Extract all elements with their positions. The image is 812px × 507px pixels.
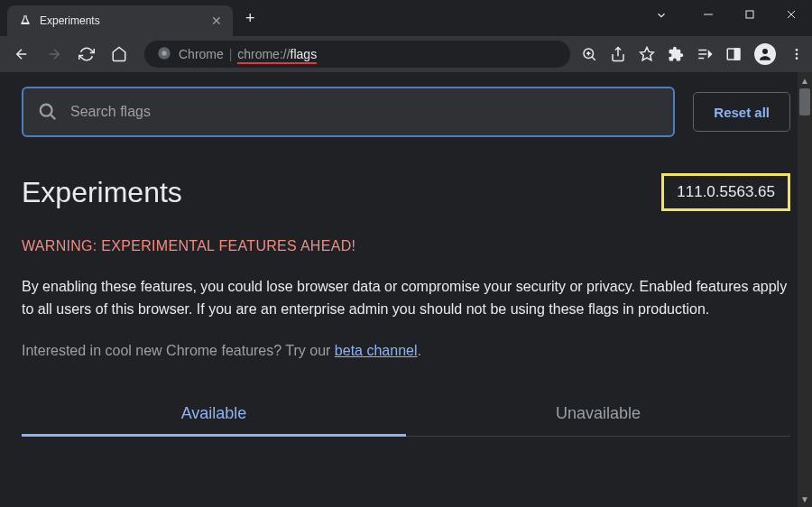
- flask-icon: [18, 14, 32, 28]
- search-box[interactable]: [22, 87, 675, 137]
- svg-line-7: [592, 57, 595, 60]
- reload-button[interactable]: [72, 40, 101, 69]
- bookmark-star-icon[interactable]: [639, 46, 655, 62]
- scroll-down-arrow[interactable]: ▼: [799, 493, 810, 505]
- close-window-button[interactable]: [770, 0, 812, 29]
- tab-unavailable[interactable]: Unavailable: [406, 392, 790, 436]
- scroll-up-arrow[interactable]: ▲: [799, 74, 810, 87]
- svg-line-23: [51, 115, 56, 120]
- maximize-button[interactable]: [729, 0, 770, 29]
- interested-text: Interested in cool new Chrome features? …: [22, 343, 790, 359]
- page-content: Reset all Experiments 111.0.5563.65 WARN…: [0, 72, 812, 507]
- side-panel-icon[interactable]: [725, 46, 742, 62]
- svg-point-19: [796, 49, 798, 51]
- svg-point-21: [796, 57, 798, 60]
- svg-rect-17: [735, 49, 740, 60]
- svg-marker-14: [709, 51, 712, 57]
- page-title: Experiments: [22, 176, 182, 209]
- svg-point-18: [762, 49, 768, 54]
- svg-point-22: [41, 105, 52, 116]
- extensions-icon[interactable]: [668, 46, 684, 62]
- svg-point-20: [796, 53, 798, 56]
- flags-tabs: Available Unavailable: [22, 392, 790, 437]
- tab-available[interactable]: Available: [22, 392, 406, 436]
- window-controls: [687, 0, 812, 29]
- beta-channel-link[interactable]: beta channel: [335, 343, 418, 358]
- minimize-button[interactable]: [687, 0, 729, 29]
- forward-button[interactable]: [40, 40, 69, 69]
- browser-toolbar: Chrome | chrome://flags: [0, 36, 812, 72]
- window-titlebar: Experiments ✕ +: [0, 0, 812, 36]
- warning-text: WARNING: EXPERIMENTAL FEATURES AHEAD!: [22, 238, 790, 254]
- chevron-down-icon[interactable]: [655, 9, 668, 25]
- profile-avatar[interactable]: [754, 43, 776, 65]
- back-button[interactable]: [7, 40, 36, 69]
- svg-rect-1: [746, 11, 753, 18]
- scrollbar-thumb[interactable]: [799, 88, 810, 115]
- tab-title: Experiments: [40, 14, 204, 27]
- home-button[interactable]: [105, 40, 134, 69]
- address-bar[interactable]: Chrome | chrome://flags: [144, 41, 570, 68]
- address-scheme: chrome://: [237, 47, 290, 61]
- reset-all-button[interactable]: Reset all: [693, 92, 790, 132]
- search-input[interactable]: [70, 104, 659, 120]
- close-tab-icon[interactable]: ✕: [211, 14, 222, 28]
- new-tab-button[interactable]: +: [245, 9, 255, 28]
- chrome-logo-icon: [157, 46, 171, 63]
- address-prefix: Chrome: [179, 47, 224, 61]
- version-badge: 111.0.5563.65: [661, 173, 790, 211]
- zoom-icon[interactable]: [581, 46, 597, 62]
- browser-tab[interactable]: Experiments ✕: [7, 5, 233, 36]
- svg-marker-10: [641, 48, 654, 60]
- search-icon: [38, 102, 58, 122]
- scrollbar[interactable]: ▲ ▼: [798, 72, 812, 507]
- menu-icon[interactable]: [789, 46, 805, 62]
- svg-point-5: [161, 51, 166, 55]
- description-text: By enabling these features, you could lo…: [22, 276, 790, 321]
- address-separator: |: [226, 47, 235, 61]
- share-icon[interactable]: [610, 46, 626, 62]
- address-path: flags: [291, 47, 318, 61]
- reading-list-icon[interactable]: [697, 46, 713, 62]
